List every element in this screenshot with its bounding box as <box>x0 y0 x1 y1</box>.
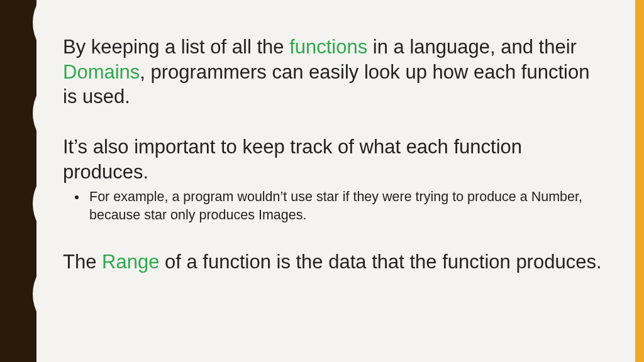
paragraph-produces: It’s also important to keep track of wha… <box>63 134 604 184</box>
text-segment: of a function is the data that the funct… <box>159 251 601 273</box>
text-segment: in a language, and their <box>367 36 577 58</box>
list-item: For example, a program wouldn’t use star… <box>87 188 604 224</box>
highlight-functions: functions <box>289 36 367 58</box>
paragraph-range: The Range of a function is the data that… <box>63 250 604 275</box>
paragraph-functions-domains: By keeping a list of all the functions i… <box>63 35 604 109</box>
highlight-domains: Domains <box>63 61 140 83</box>
right-decor-bar <box>635 0 644 362</box>
text-segment: , programmers can easily look up how eac… <box>63 61 589 108</box>
highlight-range: Range <box>102 251 159 273</box>
bullet-list: For example, a program wouldn’t use star… <box>63 188 604 224</box>
slide-content: By keeping a list of all the functions i… <box>63 35 604 275</box>
left-decor-bar <box>0 0 36 362</box>
text-segment: By keeping a list of all the <box>63 36 289 58</box>
text-segment: The <box>63 251 102 273</box>
